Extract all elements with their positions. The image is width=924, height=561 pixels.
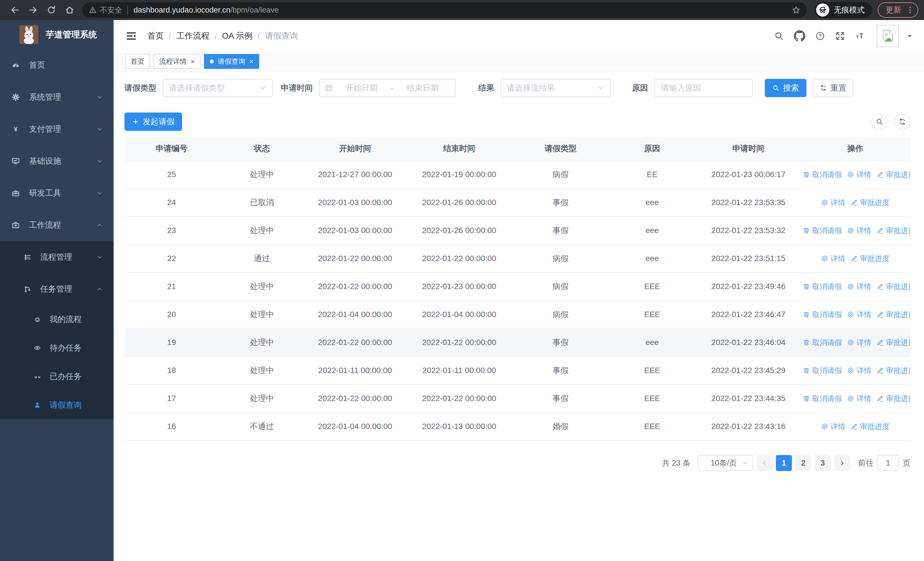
sidebar-item-todo-task[interactable]: 待办任务 (0, 334, 114, 362)
toggle-search-button[interactable] (872, 114, 888, 130)
trash-icon (803, 367, 810, 374)
cancel-leave-link[interactable]: 取消请假 (803, 394, 842, 404)
reason-input[interactable] (654, 79, 753, 97)
sidebar-item-infra[interactable]: 基础设施 (0, 145, 114, 177)
tab-close-icon[interactable]: × (249, 58, 254, 65)
avatar-caret-icon[interactable] (906, 33, 913, 39)
detail-link[interactable]: 详情 (847, 226, 871, 236)
cancel-leave-link[interactable]: 取消请假 (803, 310, 842, 320)
back-icon[interactable] (10, 5, 20, 15)
detail-link[interactable]: 详情 (847, 310, 871, 320)
forward-icon[interactable] (28, 5, 38, 15)
action-label: 审批进度 (860, 254, 890, 264)
result-select[interactable]: 请选择流结果 (501, 79, 610, 97)
detail-link[interactable]: 详情 (847, 394, 871, 404)
tab-close-icon[interactable]: × (190, 58, 195, 65)
address-bar[interactable]: 不安全 dashboard.yudao.iocoder.cn /bpm/oa/l… (82, 2, 807, 18)
page-button-1[interactable]: 1 (776, 455, 792, 471)
action-label: 审批进度 (860, 198, 890, 208)
detail-link[interactable]: 详情 (847, 365, 871, 376)
sidebar-item-system[interactable]: 系统管理 (0, 81, 114, 113)
prev-page-button[interactable] (756, 455, 772, 471)
cell-reason: EEE (608, 356, 697, 385)
approval-progress-link[interactable]: 审批进度 (876, 170, 910, 180)
page-button-2[interactable]: 2 (795, 455, 811, 471)
column-header: 操作 (800, 137, 910, 161)
sidebar-item-home[interactable]: 首页 (0, 49, 114, 81)
reset-button[interactable]: 重置 (813, 79, 853, 97)
cell-start-time: 2022-01-22 00:00:00 (305, 328, 405, 356)
cell-leave-type: 病假 (513, 245, 608, 272)
cancel-leave-link[interactable]: 取消请假 (803, 338, 842, 347)
app-logo[interactable]: 芋道管理系统 (0, 20, 114, 49)
view-icon (847, 339, 854, 346)
cancel-leave-link[interactable]: 取消请假 (803, 365, 842, 376)
help-icon[interactable] (815, 31, 825, 41)
apply-time-range-picker[interactable]: 开始日期 - 结束日期 (319, 79, 455, 97)
page-size-select[interactable]: 10条/页 (698, 455, 753, 471)
cancel-leave-link[interactable]: 取消请假 (803, 226, 842, 236)
reload-icon[interactable] (46, 5, 57, 15)
page-button-3[interactable]: 3 (815, 455, 831, 471)
detail-link[interactable]: 详情 (847, 338, 871, 347)
cell-status: 处理中 (219, 161, 305, 188)
github-icon[interactable] (794, 30, 805, 42)
action-label: 取消请假 (812, 338, 842, 347)
font-size-icon[interactable] (855, 31, 865, 41)
sidebar-item-devtools[interactable]: 研发工具 (0, 177, 114, 209)
sidebar-item-done-task[interactable]: 已办任务 (0, 362, 114, 391)
detail-link[interactable]: 详情 (821, 254, 845, 264)
approval-progress-link[interactable]: 审批进度 (876, 282, 910, 292)
tab-process-detail[interactable]: 流程详情× (153, 54, 201, 69)
approval-progress-link[interactable]: 审批进度 (850, 422, 890, 432)
sidebar-item-my-process[interactable]: 我的流程 (0, 305, 114, 334)
approval-progress-link[interactable]: 审批进度 (850, 198, 890, 208)
sidebar-item-task-mgmt[interactable]: 任务管理 (0, 273, 114, 305)
approval-progress-link[interactable]: 审批进度 (850, 254, 890, 264)
goto-page-input[interactable] (877, 455, 899, 471)
search-button[interactable]: 搜索 (765, 79, 806, 97)
sidebar-item-process-mgmt[interactable]: 流程管理 (0, 241, 114, 273)
tab-home[interactable]: 首页 (125, 54, 150, 69)
cancel-leave-link[interactable]: 取消请假 (803, 170, 842, 180)
search-icon[interactable] (774, 31, 784, 41)
cell-status: 处理中 (219, 217, 305, 245)
create-leave-label: 发起请假 (142, 116, 175, 127)
approval-progress-link[interactable]: 审批进度 (876, 394, 910, 404)
bookmark-star-icon[interactable] (792, 5, 801, 15)
action-label: 详情 (856, 226, 871, 236)
breadcrumb-item[interactable]: OA 示例 (222, 30, 252, 42)
browser-menu-icon[interactable] (906, 6, 914, 14)
hamburger-icon[interactable] (126, 30, 137, 42)
approval-progress-link[interactable]: 审批进度 (876, 226, 910, 236)
approval-progress-link[interactable]: 审批进度 (876, 310, 910, 320)
breadcrumb-item[interactable]: 工作流程 (176, 30, 210, 42)
chevron-down-icon (96, 157, 103, 165)
detail-link[interactable]: 详情 (821, 422, 845, 432)
detail-link[interactable]: 详情 (821, 198, 845, 208)
sidebar-item-leave-query[interactable]: 请假查询 (0, 391, 114, 419)
sidebar-item-payment[interactable]: 支付管理 (0, 113, 114, 145)
leave-type-select[interactable]: 请选择请假类型 (163, 79, 273, 97)
action-label: 取消请假 (812, 226, 842, 236)
cancel-leave-link[interactable]: 取消请假 (803, 282, 842, 292)
eyeclosed-icon (34, 373, 41, 380)
not-secure-label: 不安全 (100, 5, 122, 15)
fullscreen-icon[interactable] (835, 31, 845, 41)
sidebar-item-label: 研发工具 (29, 188, 96, 199)
sidebar-item-workflow[interactable]: 工作流程 (0, 209, 114, 241)
tab-leave-query[interactable]: 请假查询× (204, 54, 259, 69)
detail-link[interactable]: 详情 (847, 170, 871, 180)
view-icon (847, 311, 854, 318)
breadcrumb-item[interactable]: 首页 (147, 30, 164, 42)
update-button[interactable]: 更新 (878, 2, 918, 18)
home-icon[interactable] (64, 5, 75, 15)
refresh-table-button[interactable] (894, 114, 910, 130)
approval-progress-link[interactable]: 审批进度 (876, 338, 910, 347)
create-leave-button[interactable]: 发起请假 (124, 113, 182, 131)
next-page-button[interactable] (834, 455, 850, 471)
approval-progress-link[interactable]: 审批进度 (876, 365, 910, 376)
detail-link[interactable]: 详情 (847, 282, 871, 292)
avatar[interactable] (877, 25, 899, 47)
cell-status: 处理中 (219, 328, 305, 356)
